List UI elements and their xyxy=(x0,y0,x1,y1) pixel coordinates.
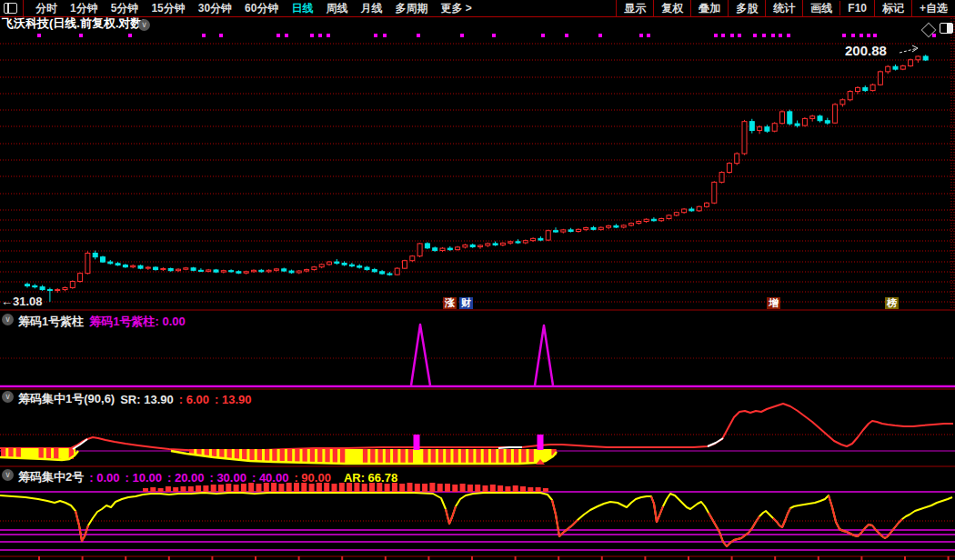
panel3-header: 筹码集中1号(90,6) SR: 13.90 : 6.00 : 13.90 xyxy=(18,391,256,407)
tab-weekly[interactable]: 周线 xyxy=(326,1,347,16)
title-collapse-icon[interactable]: ∨ xyxy=(138,19,150,31)
tab-fenshi[interactable]: 分时 xyxy=(35,1,57,16)
panel4-header: 筹码集中2号 : 0.00 : 10.00 : 20.00 : 30.00 : … xyxy=(18,469,403,485)
panel2-title: 筹码1号紫柱 xyxy=(18,314,84,330)
badge-zeng[interactable]: 增 xyxy=(767,297,780,309)
tab-monthly[interactable]: 月线 xyxy=(360,1,382,16)
panel-toggle-icon[interactable] xyxy=(940,23,953,34)
badge-bang[interactable]: 榜 xyxy=(885,297,899,309)
button-drawline[interactable]: 画线 xyxy=(802,0,839,17)
button-stats[interactable]: 统计 xyxy=(765,0,802,17)
panel4-collapse-icon[interactable]: ∨ xyxy=(2,469,14,481)
button-mark[interactable]: 标记 xyxy=(874,0,911,17)
menu-bar: 分时 1分钟 5分钟 15分钟 30分钟 60分钟 日线 周线 月线 多周期 更… xyxy=(0,0,955,17)
layout-icon[interactable] xyxy=(4,3,17,14)
panel4-ar-value: AR: 66.78 xyxy=(344,471,397,485)
panel3-sr-value: SR: 13.90 xyxy=(120,393,174,406)
badge-zhang[interactable]: 涨 xyxy=(443,297,457,309)
panel2-collapse-icon[interactable]: ∨ xyxy=(2,314,14,325)
panel2-header: 筹码1号紫柱 筹码1号紫柱: 0.00 xyxy=(18,314,191,330)
button-fuquan[interactable]: 复权 xyxy=(653,0,690,17)
badge-cai[interactable]: 财 xyxy=(459,297,473,309)
tab-15min[interactable]: 15分钟 xyxy=(151,1,185,16)
tab-1min[interactable]: 1分钟 xyxy=(70,1,98,16)
stock-title: 飞沃科技(日线.前复权.对数) xyxy=(2,17,146,30)
panel3-title: 筹码集中1号(90,6) xyxy=(18,391,115,407)
low-price-label: ←31.08 xyxy=(1,295,43,308)
last-price-label: 200.88 xyxy=(845,45,887,57)
menu-divider xyxy=(23,0,24,16)
button-f10[interactable]: F10 xyxy=(839,1,874,15)
tab-5min[interactable]: 5分钟 xyxy=(111,1,139,16)
button-display[interactable]: 显示 xyxy=(616,0,653,17)
panel4-value-20: : 20.00 xyxy=(167,471,204,485)
panel4-value-30: : 30.00 xyxy=(209,471,246,485)
panel4-value-40: : 40.00 xyxy=(252,471,288,485)
panel3-value-1: : 6.00 xyxy=(179,393,209,406)
tab-60min[interactable]: 60分钟 xyxy=(245,1,278,16)
panel3-collapse-icon[interactable]: ∨ xyxy=(2,391,14,403)
tab-daily[interactable]: 日线 xyxy=(291,1,313,16)
button-overlay[interactable]: 叠加 xyxy=(690,0,728,17)
panel4-value-90: : 90.00 xyxy=(294,471,330,485)
tab-more[interactable]: 更多 > xyxy=(440,1,471,16)
panel2-value: 筹码1号紫柱: 0.00 xyxy=(89,314,185,330)
tab-multiperiod[interactable]: 多周期 xyxy=(395,1,427,16)
trading-terminal: 分时 1分钟 5分钟 15分钟 30分钟 60分钟 日线 周线 月线 多周期 更… xyxy=(0,0,955,560)
button-add-watchlist[interactable]: +自选 xyxy=(911,0,955,17)
button-multistock[interactable]: 多股 xyxy=(728,0,765,17)
panel4-value-0: : 0.00 xyxy=(89,471,119,485)
panel3-value-2: : 13.90 xyxy=(215,393,251,406)
panel4-title: 筹码集中2号 xyxy=(18,469,84,485)
menu-right-group: 显示 复权 叠加 多股 统计 画线 F10 标记 +自选 xyxy=(616,0,955,16)
tab-30min[interactable]: 30分钟 xyxy=(198,1,232,16)
panel4-value-10: : 10.00 xyxy=(125,471,161,485)
